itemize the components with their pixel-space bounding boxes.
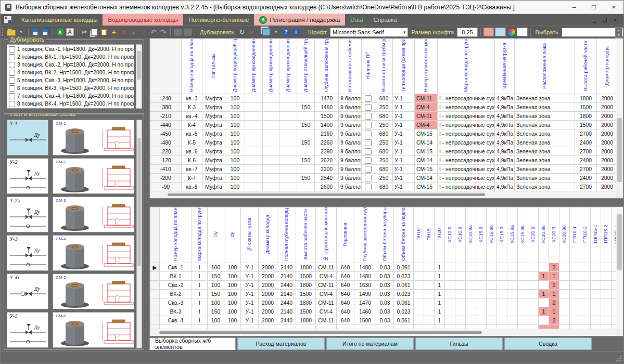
table-cell[interactable]: -210 xyxy=(150,112,182,121)
table-cell[interactable]: 9 баллов xyxy=(339,156,362,165)
checkbox-icon[interactable] xyxy=(365,95,372,102)
table-cell[interactable] xyxy=(362,121,375,129)
table-cell[interactable] xyxy=(466,316,476,325)
add-row-button[interactable]: + xyxy=(109,28,118,37)
table-cell[interactable]: 2000 xyxy=(597,138,618,147)
table-cell[interactable] xyxy=(297,112,315,121)
table-row[interactable]: Скв.-2I100100У-1200024401800СМ-116401630… xyxy=(150,281,622,290)
table-cell[interactable]: I xyxy=(192,307,208,316)
table-cell[interactable] xyxy=(279,112,297,121)
column-header[interactable]: Горловина xyxy=(337,207,354,263)
table-cell[interactable] xyxy=(591,298,601,307)
save-all-button[interactable] xyxy=(41,28,50,37)
table-cell[interactable] xyxy=(570,281,580,290)
table-cell[interactable]: СМ-4 xyxy=(316,290,337,298)
table-cell[interactable]: Муфта xyxy=(202,121,225,129)
table-cell[interactable] xyxy=(497,281,507,290)
table-cell[interactable]: Зеленая зона xyxy=(515,129,575,138)
column-header[interactable]: ПН15 xyxy=(424,207,435,263)
table-cell[interactable] xyxy=(445,298,455,307)
column-header[interactable]: Диаметр колодца xyxy=(259,207,277,263)
table-cell[interactable]: 1400 xyxy=(315,121,339,129)
table-cell[interactable] xyxy=(507,298,518,307)
table-cell[interactable]: 1 xyxy=(435,281,445,290)
table-cell[interactable] xyxy=(362,156,375,165)
table-cell[interactable]: 1 xyxy=(435,307,445,316)
table-cell[interactable] xyxy=(245,121,263,129)
table-cell[interactable]: 0.023 xyxy=(394,307,414,316)
mount-schema-card-СМ-2[interactable]: СМ-2 xyxy=(53,158,134,194)
table-cell[interactable]: 1500 xyxy=(296,272,316,281)
checkbox-icon[interactable] xyxy=(365,104,372,111)
checkbox-icon[interactable] xyxy=(365,175,372,181)
table-cell[interactable] xyxy=(601,281,612,290)
table-cell[interactable] xyxy=(245,147,263,156)
table-cell[interactable] xyxy=(279,121,297,129)
table-cell[interactable]: -220 xyxy=(150,147,182,156)
delete-row-button[interactable]: × xyxy=(119,28,128,37)
table-cell[interactable]: 640 xyxy=(337,316,354,325)
table-cell[interactable] xyxy=(245,183,263,191)
column-header[interactable]: КС10.9а xyxy=(466,207,476,263)
table-cell[interactable] xyxy=(559,290,570,298)
blue-color-swatch[interactable] xyxy=(495,28,506,36)
table-cell[interactable]: 1800 xyxy=(296,263,316,272)
grid-corner[interactable] xyxy=(150,207,160,263)
column-header[interactable]: КС10.9 xyxy=(455,207,466,263)
pink-color-swatch[interactable] xyxy=(483,28,494,36)
table-cell[interactable]: Скв.-2 xyxy=(160,281,192,290)
table-cell[interactable] xyxy=(497,316,507,325)
redo-button[interactable]: ↷ xyxy=(159,28,168,37)
table-cell[interactable]: 2400 xyxy=(575,156,597,165)
table-cell[interactable] xyxy=(476,290,487,298)
table-cell[interactable]: СМ-15 xyxy=(415,129,438,138)
grid-corner[interactable] xyxy=(150,39,182,94)
column-header[interactable]: КС20.96 xyxy=(559,207,570,263)
font-select[interactable]: Microsoft Sans Serif▾ xyxy=(330,28,408,37)
table-cell[interactable]: кв.-8 xyxy=(182,183,202,191)
resize-grip-icon[interactable] xyxy=(616,356,622,362)
horizontal-scrollbar[interactable] xyxy=(150,191,616,198)
table-cell[interactable]: К-6 xyxy=(182,156,202,165)
table-cell[interactable]: СМ-4 xyxy=(415,121,438,129)
table-cell[interactable]: СМ-11 xyxy=(316,263,337,272)
table-cell[interactable]: 2 xyxy=(549,298,559,307)
table-cell[interactable]: 1480 xyxy=(354,272,376,281)
table-row[interactable]: -440К-4Муфта10015014009 баллов250У-1СМ-4… xyxy=(150,121,618,129)
table-cell[interactable] xyxy=(497,298,507,307)
table-cell[interactable]: 4,9кПа xyxy=(495,156,515,165)
table-cell[interactable]: 100 xyxy=(224,263,241,272)
column-header[interactable]: Dу xyxy=(208,207,224,263)
table-cell[interactable] xyxy=(601,298,612,307)
table-cell[interactable]: 0.061 xyxy=(394,298,414,307)
table-cell[interactable] xyxy=(591,281,601,290)
table-cell[interactable]: Муфта xyxy=(202,174,225,183)
vertical-scrollbar[interactable] xyxy=(616,207,623,329)
table-cell[interactable]: СМ-11 xyxy=(316,316,337,325)
table-cell[interactable]: Муфта xyxy=(202,138,225,147)
table-cell[interactable]: 1 xyxy=(549,272,559,281)
table-cell[interactable]: СМ-11 xyxy=(415,112,438,121)
table-row[interactable]: ▶Скв.-1I100100У-1200024401800СМ-11640148… xyxy=(150,263,622,272)
table-cell[interactable] xyxy=(279,129,297,138)
table-cell[interactable] xyxy=(414,263,424,272)
table-cell[interactable]: СМ-14 xyxy=(415,174,438,183)
table-cell[interactable]: ▶ xyxy=(150,263,160,272)
table-cell[interactable]: Зеленая зона xyxy=(515,121,575,129)
table-cell[interactable] xyxy=(518,298,528,307)
table-cell[interactable]: К-7 xyxy=(182,174,202,183)
table-cell[interactable]: I - непросадочные сухи... xyxy=(438,112,495,121)
table-cell[interactable]: 2000 xyxy=(597,174,618,183)
column-header[interactable]: КС20.6 xyxy=(528,207,539,263)
table-cell[interactable] xyxy=(445,281,455,290)
table-cell[interactable]: 2700 xyxy=(575,165,597,174)
table-cell[interactable] xyxy=(150,307,160,316)
table-cell[interactable]: 1 xyxy=(549,307,559,316)
table-cell[interactable] xyxy=(263,138,279,147)
table-cell[interactable]: 2140 xyxy=(277,272,296,281)
table-cell[interactable]: 2600 xyxy=(315,183,339,191)
table-cell[interactable] xyxy=(466,263,476,272)
table-cell[interactable]: 1470 xyxy=(354,298,376,307)
table-cell[interactable] xyxy=(507,307,518,316)
mount-schema-card-СМ-4[interactable]: СМ-4 xyxy=(53,235,134,271)
